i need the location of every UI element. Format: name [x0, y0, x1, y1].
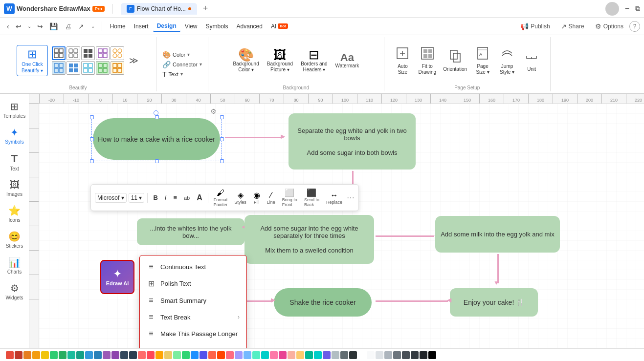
- palette-color[interactable]: [367, 351, 375, 359]
- palette-color[interactable]: [279, 351, 287, 359]
- export-dropdown[interactable]: ⌄: [88, 21, 98, 32]
- sidebar-item-images[interactable]: 🖼 Images: [2, 176, 27, 200]
- sel-handle-bl[interactable]: [90, 159, 94, 163]
- palette-color[interactable]: [85, 351, 93, 359]
- palette-color[interactable]: [349, 351, 357, 359]
- canvas-inner[interactable]: How to make a cake with a rice cooker ⚙: [39, 104, 644, 348]
- one-click-beautify-button[interactable]: ⊞ One ClickBeautify ▾: [17, 45, 48, 76]
- palette-color[interactable]: [235, 351, 243, 359]
- share-button[interactable]: ↗ Share: [556, 21, 589, 32]
- theme-cell-3[interactable]: [81, 46, 95, 60]
- options-button[interactable]: ⚙ Options: [590, 21, 628, 32]
- sidebar-item-text[interactable]: T Text: [2, 149, 27, 174]
- palette-color[interactable]: [402, 351, 410, 359]
- bold-button[interactable]: B: [151, 192, 160, 203]
- font-size-select[interactable]: 11 ▾: [129, 193, 145, 203]
- palette-color[interactable]: [32, 351, 40, 359]
- theme-cell-7[interactable]: [67, 61, 80, 75]
- palette-color[interactable]: [296, 351, 304, 359]
- save-button[interactable]: 💾: [46, 21, 61, 32]
- redo-button[interactable]: ↪: [35, 21, 45, 32]
- palette-color[interactable]: [182, 351, 190, 359]
- sidebar-item-templates[interactable]: ⊞ Templates: [2, 98, 27, 122]
- jump-style-button[interactable]: JumpStyle ▾: [495, 44, 519, 77]
- sel-handle-ml[interactable]: [90, 137, 94, 141]
- style-ab-button[interactable]: ab: [181, 193, 192, 202]
- watermark-button[interactable]: Aa Watermark: [333, 50, 362, 71]
- palette-color[interactable]: [270, 351, 278, 359]
- font-family-select[interactable]: Microsof ▾: [95, 193, 127, 203]
- sidebar-item-charts[interactable]: 📊 Charts: [2, 254, 27, 277]
- palette-color[interactable]: [67, 351, 75, 359]
- theme-cell-10[interactable]: [111, 61, 124, 75]
- color-dropdown[interactable]: 🎨 Color ▾: [160, 50, 204, 60]
- maximize-button[interactable]: ⧉: [635, 4, 640, 13]
- palette-color[interactable]: [252, 351, 260, 359]
- palette-color[interactable]: [76, 351, 84, 359]
- palette-color[interactable]: [420, 351, 427, 359]
- borders-headers-button[interactable]: ⊟ Borders andHeaders ▾: [298, 46, 330, 75]
- minimize-button[interactable]: −: [625, 4, 629, 13]
- sidebar-item-stickers[interactable]: 😊 Stickers: [2, 228, 27, 252]
- menu-view[interactable]: View: [181, 21, 201, 32]
- ai-continuous-text[interactable]: ≡ Continuous Text: [140, 258, 246, 275]
- unit-button[interactable]: Unit: [520, 47, 543, 74]
- menu-symbols[interactable]: Symbols: [202, 21, 232, 32]
- shape-into-text[interactable]: ...into the whites into the yolk bow...: [137, 218, 244, 245]
- sel-handle-mr[interactable]: [220, 137, 224, 141]
- palette-color[interactable]: [314, 351, 322, 359]
- palette-color[interactable]: [376, 351, 383, 359]
- palette-color[interactable]: [384, 351, 392, 359]
- ai-make-shorter[interactable]: ≡ Make This Passage Shorter: [140, 342, 246, 348]
- menu-ai[interactable]: AI hot: [267, 21, 292, 32]
- sel-handle-tc[interactable]: [155, 115, 159, 119]
- palette-color[interactable]: [164, 351, 172, 359]
- sel-handle-tr[interactable]: [220, 115, 224, 119]
- fill-btn[interactable]: ◉ Fill: [251, 189, 263, 206]
- styles-btn[interactable]: ◈ Styles: [232, 189, 249, 206]
- orientation-button[interactable]: Orientation: [440, 47, 470, 74]
- background-picture-button[interactable]: 🖼 BackgroundPicture ▾: [264, 46, 296, 75]
- palette-color[interactable]: [59, 351, 67, 359]
- palette-color[interactable]: [208, 351, 216, 359]
- palette-color[interactable]: [261, 351, 269, 359]
- text-dropdown[interactable]: T Text ▾: [160, 69, 204, 79]
- rotation-handle[interactable]: [154, 110, 158, 115]
- toolbar-more[interactable]: ⋯: [347, 193, 355, 202]
- palette-color[interactable]: [244, 351, 251, 359]
- ai-text-break[interactable]: ≡ Text Break ›: [140, 309, 246, 325]
- palette-color[interactable]: [217, 351, 225, 359]
- palette-color[interactable]: [6, 351, 14, 359]
- ai-make-longer[interactable]: ≡ Make This Passage Longer: [140, 325, 246, 342]
- palette-color[interactable]: [23, 351, 31, 359]
- palette-color[interactable]: [411, 351, 419, 359]
- ai-smart-summary[interactable]: ≡ Smart Summary: [140, 292, 246, 309]
- send-to-back-btn[interactable]: ⬛ Send toBack: [302, 187, 322, 209]
- connector-dropdown[interactable]: 🔗 Connector ▾: [160, 60, 204, 69]
- theme-cell-1[interactable]: [52, 46, 66, 60]
- align-button[interactable]: ≡: [171, 192, 179, 203]
- palette-color[interactable]: [173, 351, 181, 359]
- palette-color[interactable]: [103, 351, 111, 359]
- theme-cell-2[interactable]: [67, 46, 80, 60]
- sidebar-item-icons[interactable]: ⭐ Icons: [2, 202, 27, 226]
- palette-color[interactable]: [340, 351, 348, 359]
- auto-size-button[interactable]: AutoSize: [391, 44, 414, 77]
- canvas-content[interactable]: How to make a cake with a rice cooker ⚙: [39, 104, 644, 348]
- undo-button[interactable]: ↩: [13, 21, 24, 32]
- back-button[interactable]: ‹: [4, 21, 12, 32]
- undo-dropdown[interactable]: ⌄: [25, 21, 34, 32]
- palette-color[interactable]: [200, 351, 207, 359]
- ai-polish-text[interactable]: ⊞ Polish Text: [140, 275, 246, 292]
- shape-step1[interactable]: Separate the egg white and yolk in two b…: [289, 113, 416, 170]
- replace-btn[interactable]: ↔ Replace: [324, 190, 345, 206]
- palette-color[interactable]: [305, 351, 313, 359]
- help-button[interactable]: ?: [629, 21, 640, 32]
- palette-color[interactable]: [358, 351, 366, 359]
- palette-color[interactable]: [147, 351, 155, 359]
- theme-cell-8[interactable]: [81, 61, 95, 75]
- shape-milk[interactable]: Add some milk into the egg yolk and mix: [435, 216, 560, 253]
- more-themes-button[interactable]: ≫: [128, 54, 139, 67]
- menu-advanced[interactable]: Advanced: [233, 21, 266, 32]
- palette-color[interactable]: [111, 351, 119, 359]
